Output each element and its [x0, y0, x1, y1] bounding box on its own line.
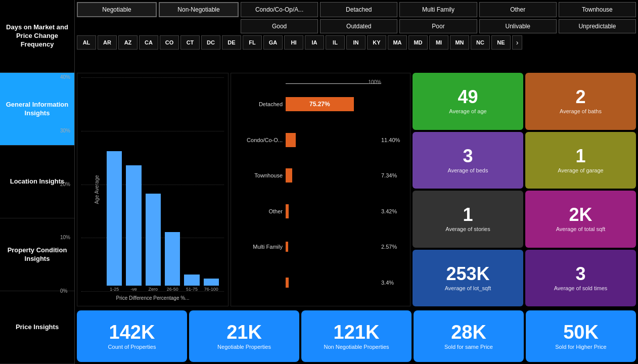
state-fl[interactable]: FL — [243, 35, 262, 50]
state-ct[interactable]: CT — [180, 35, 200, 50]
state-nc[interactable]: NC — [471, 35, 490, 50]
sidebar-item-general-info[interactable]: General Information Insights — [0, 73, 74, 146]
filter-townhouse[interactable]: Townhouse — [559, 2, 636, 17]
bar-label: 76-100 — [204, 287, 218, 292]
stat-label: Average of age — [449, 108, 486, 114]
sidebar-item-days-on-market[interactable]: Days on Market and Price Change Frequenc… — [0, 0, 74, 73]
bar-label: -ve — [130, 287, 137, 292]
price-label: Sold for Higher Price — [555, 344, 607, 350]
state-hi[interactable]: HI — [284, 35, 303, 50]
negotiable-button[interactable]: Negotiable — [77, 2, 157, 17]
filter-condo[interactable]: Condo/Co-Op/A... — [241, 2, 318, 17]
stat-value: 2 — [575, 88, 585, 106]
bar-group: 76-100 — [204, 279, 219, 292]
bar-label: Zero — [149, 287, 158, 292]
h-bar-track — [286, 133, 376, 147]
h-bar-fill — [286, 204, 289, 218]
dual-charts: Age Average 40% 30% 20% 10% 0% — [77, 73, 411, 306]
bar — [146, 194, 161, 286]
filter-multi-family[interactable]: Multi Family — [399, 2, 477, 17]
sidebar-item-price[interactable]: Price Insights — [0, 291, 74, 364]
main-content: Age Average 40% 30% 20% 10% 0% — [75, 71, 638, 308]
bar-group: 26-50 — [165, 232, 180, 292]
h-bar-track — [286, 240, 376, 254]
filter-poor[interactable]: Poor — [399, 19, 477, 33]
state-ia[interactable]: IA — [305, 35, 324, 50]
stat-label: Average of lot_sqft — [445, 285, 491, 291]
h-bar-fill — [286, 278, 289, 288]
stat-card[interactable]: 3Average of beds — [413, 132, 523, 189]
sidebar-item-property-condition[interactable]: Property Condition Insights — [0, 218, 74, 291]
h-bar-row: Detached75.27% — [237, 87, 404, 122]
non-negotiable-button[interactable]: Non-Negotiable — [159, 2, 239, 17]
bar-label: 1-25 — [110, 287, 119, 292]
h-bar-pct: 3.42% — [381, 208, 404, 214]
filter-unpredictable[interactable]: Unpredictable — [559, 19, 636, 33]
stat-value: 1 — [463, 206, 473, 224]
stat-label: Average of beds — [448, 167, 488, 173]
price-card[interactable]: 21KNegotiable Properties — [189, 310, 299, 362]
h-bar-row: Townhouse7.34% — [237, 158, 404, 193]
h-bar-row: 3.4% — [237, 265, 404, 300]
price-card[interactable]: 50KSold for Higher Price — [526, 310, 636, 362]
type-filter-row: Condo/Co-Op/A... Detached Multi Family O… — [241, 2, 636, 17]
state-ga[interactable]: GA — [263, 35, 283, 50]
stat-value: 253K — [446, 265, 489, 283]
price-card[interactable]: 142KCount of Properties — [77, 310, 187, 362]
h-bar-chart: 100% Detached75.27%Condo/Co-O...11.40%To… — [235, 77, 406, 302]
state-ar[interactable]: AR — [98, 35, 117, 50]
price-value: 28K — [451, 323, 486, 342]
price-card[interactable]: 28KSold for same Price — [414, 310, 524, 362]
bar-group: -ve — [126, 165, 141, 292]
stat-card[interactable]: 253KAverage of lot_sqft — [413, 250, 523, 307]
h-bar-fill — [286, 133, 296, 147]
stat-card[interactable]: 3Average of sold times — [525, 250, 636, 307]
state-al[interactable]: AL — [77, 35, 96, 50]
filter-unlivable[interactable]: Unlivable — [479, 19, 557, 33]
sidebar: Days on Market and Price Change Frequenc… — [0, 0, 75, 364]
state-in[interactable]: IN — [346, 35, 366, 50]
state-az[interactable]: AZ — [118, 35, 138, 50]
h-bar-pct: 7.34% — [381, 172, 404, 178]
price-card[interactable]: 121KNon Negotiable Properties — [301, 310, 412, 362]
stat-card[interactable]: 1Average of stories — [413, 191, 523, 248]
pct-100-label: 100% — [368, 79, 381, 85]
h-bar-pct: 3.4% — [381, 280, 404, 286]
bar-group: 51-75 — [184, 275, 199, 292]
state-dc[interactable]: DC — [201, 35, 220, 50]
bar-group: 1-25 — [107, 151, 122, 292]
state-md[interactable]: MD — [408, 35, 428, 50]
stat-label: Average of total sqft — [556, 226, 606, 232]
price-label: Count of Properties — [108, 344, 156, 350]
price-value: 50K — [563, 323, 599, 342]
state-ca[interactable]: CA — [139, 35, 158, 50]
stat-value: 2K — [569, 206, 592, 224]
stat-card[interactable]: 2KAverage of total sqft — [525, 191, 636, 248]
h-bar-pct: 2.57% — [381, 244, 404, 250]
state-ky[interactable]: KY — [367, 35, 386, 50]
state-de[interactable]: DE — [222, 35, 241, 50]
filter-detached[interactable]: Detached — [320, 2, 397, 17]
filter-outdated[interactable]: Outdated — [320, 19, 397, 33]
state-mi[interactable]: MI — [429, 35, 448, 50]
stat-label: Average of sold times — [554, 285, 608, 291]
filter-other[interactable]: Other — [479, 2, 557, 17]
sidebar-item-location[interactable]: Location Insights — [0, 146, 74, 218]
state-ne[interactable]: NE — [491, 35, 511, 50]
stat-card[interactable]: 1Average of garage — [525, 132, 636, 189]
state-more-button[interactable]: › — [512, 35, 522, 50]
state-co[interactable]: CO — [160, 35, 179, 50]
stat-value: 1 — [575, 147, 585, 165]
h-bar-fill: 75.27% — [286, 97, 354, 111]
h-bar-fill — [286, 242, 288, 252]
stats-grid: 49Average of age2Average of baths3Averag… — [413, 73, 636, 306]
stat-value: 49 — [458, 88, 478, 106]
h-bar-row: Multi Family2.57% — [237, 230, 404, 264]
filter-good[interactable]: Good — [241, 19, 318, 33]
bar-chart-container: Age Average 40% 30% 20% 10% 0% — [77, 73, 229, 306]
state-ma[interactable]: MA — [388, 35, 407, 50]
stat-card[interactable]: 2Average of baths — [525, 73, 636, 130]
state-mn[interactable]: MN — [450, 35, 469, 50]
state-il[interactable]: IL — [326, 35, 345, 50]
stat-card[interactable]: 49Average of age — [413, 73, 523, 130]
